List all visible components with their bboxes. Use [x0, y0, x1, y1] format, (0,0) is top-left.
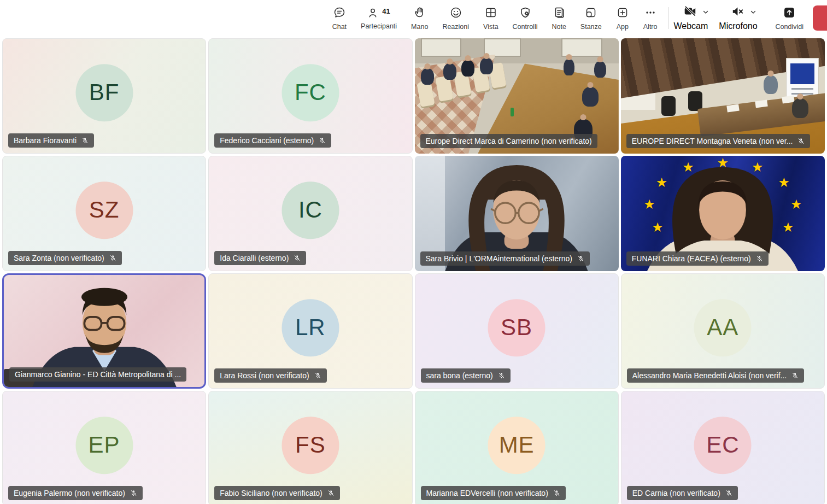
muted-mic-icon — [109, 255, 116, 262]
nameplate: Federico Cacciani (esterno) — [214, 133, 331, 148]
microphone-chevron-icon[interactable] — [750, 8, 756, 17]
apps-button[interactable]: App — [609, 6, 636, 31]
webcam-label: Webcam — [673, 21, 708, 31]
chat-label: Chat — [332, 23, 347, 31]
muted-mic-icon — [294, 255, 301, 262]
participant-video-tile[interactable]: ★ ★ ★ ★ ★ ★ ★ ★ ★ ★ ★ FUNARI Chiara (EAC… — [621, 156, 825, 271]
participant-name: Barbara Fioravanti — [14, 136, 77, 145]
share-screen-icon — [783, 6, 796, 21]
participant-tile[interactable]: EC ED Carnia (non verificato) — [621, 391, 825, 504]
reactions-button[interactable]: Reazioni — [435, 6, 476, 31]
participant-name: FUNARI Chiara (EACEA) (esterno) — [632, 254, 751, 263]
table-person — [594, 61, 606, 78]
table-person — [582, 87, 599, 107]
participants-icon — [367, 7, 380, 22]
chat-icon — [333, 6, 346, 21]
more-label: Altro — [643, 23, 658, 31]
participant-name: Marianna EDVercelli (non verificato) — [426, 489, 548, 497]
participant-name: Europe Direct Marca di Camerino (non ver… — [426, 137, 592, 145]
reactions-label: Reazioni — [442, 23, 469, 31]
apps-label: App — [617, 23, 629, 31]
nameplate: Marianna EDVercelli (non verificato) — [421, 486, 566, 500]
participants-label: Partecipanti — [361, 22, 397, 30]
share-button[interactable]: Condividi — [769, 6, 811, 31]
speaker-muted-icon — [731, 4, 745, 21]
participant-tile[interactable]: SZ Sara Zonta (non verificato) — [2, 156, 206, 271]
notes-button[interactable]: Note — [544, 6, 573, 31]
more-button[interactable]: Altro — [636, 6, 665, 31]
meeting-toolbar: Chat 41 Partecipanti Mano Reazioni Vista… — [0, 0, 827, 36]
avatar: SZ — [75, 181, 133, 239]
nameplate: Sara Brivio | L'ORMAinternational (ester… — [420, 251, 590, 266]
participant-video-tile[interactable]: Europe Direct Marca di Camerino (non ver… — [415, 38, 619, 154]
muted-mic-icon — [130, 490, 137, 497]
view-button[interactable]: Vista — [476, 6, 506, 31]
participant-tile[interactable]: FC Federico Cacciani (esterno) — [208, 38, 412, 154]
seated-person — [792, 98, 808, 118]
controls-button[interactable]: Controlli — [506, 6, 545, 31]
avatar: FS — [281, 417, 339, 474]
muted-mic-icon — [498, 372, 505, 379]
toolbar-divider — [668, 7, 669, 29]
notes-icon — [553, 6, 566, 21]
participant-tile[interactable]: SB sara bona (esterno) — [415, 273, 619, 389]
participant-tile[interactable]: ME Marianna EDVercelli (non verificato) — [415, 391, 619, 504]
participants-button[interactable]: 41 Partecipanti — [354, 7, 404, 30]
rooms-button[interactable]: Stanze — [573, 6, 609, 31]
avatar: LR — [281, 299, 339, 356]
avatar: BF — [75, 64, 133, 121]
nameplate: Barbara Fioravanti — [8, 133, 94, 148]
raise-hand-button[interactable]: Mano — [404, 6, 435, 31]
microphone-control[interactable]: Microfono — [719, 5, 768, 31]
nameplate: Alessandro Maria Benedetti Aloisi (non v… — [627, 368, 804, 383]
muted-mic-icon — [756, 255, 763, 262]
participant-grid: BF Barbara Fioravanti FC Federico Caccia… — [0, 36, 827, 504]
participant-tile[interactable]: AA Alessandro Maria Benedetti Aloisi (no… — [621, 273, 825, 389]
nameplate: Eugenia Palermo (non verificato) — [8, 486, 143, 500]
participant-tile[interactable]: EP Eugenia Palermo (non verificato) — [2, 391, 206, 504]
participant-tile[interactable]: LR Lara Rossi (non verificato) — [208, 273, 412, 389]
avatar: ME — [488, 417, 546, 474]
grid-view-icon — [484, 6, 497, 21]
share-label: Condividi — [776, 23, 803, 31]
audience-person — [461, 60, 474, 77]
participant-tile[interactable]: BF Barbara Fioravanti — [2, 38, 206, 154]
participant-video-tile[interactable]: EUROPE DIRECT Montagna Veneta (non ver..… — [621, 38, 825, 154]
paper — [782, 95, 794, 103]
nameplate: EUROPE DIRECT Montagna Veneta (non ver..… — [626, 134, 811, 148]
participant-name: Sara Zonta (non verificato) — [14, 254, 104, 262]
avatar: EP — [75, 417, 133, 474]
muted-mic-icon — [791, 372, 799, 379]
webcam-control[interactable]: Webcam — [673, 5, 719, 31]
leave-meeting-button[interactable] — [813, 5, 827, 31]
participant-tile[interactable]: IC Ida Ciaralli (esterno) — [208, 156, 412, 271]
muted-mic-icon — [327, 490, 335, 497]
view-label: Vista — [483, 23, 498, 31]
participant-video-tile[interactable]: Sara Brivio | L'ORMAinternational (ester… — [415, 156, 619, 271]
webcam-chevron-icon[interactable] — [702, 8, 709, 17]
nameplate: sara bona (esterno) — [421, 368, 511, 383]
webcam-off-icon — [683, 4, 697, 21]
participant-name: Gianmarco Gianino - ED Città Metropolita… — [15, 370, 181, 379]
avatar: AA — [694, 299, 752, 356]
nameplate: Gianmarco Gianino - ED Città Metropolita… — [9, 367, 186, 382]
participant-tile[interactable]: FS Fabio Siciliano (non verificato) — [208, 391, 412, 504]
muted-mic-icon — [81, 137, 89, 144]
chat-button[interactable]: Chat — [325, 6, 354, 31]
smiley-icon — [449, 6, 462, 21]
raise-hand-label: Mano — [411, 23, 428, 31]
avatar: IC — [281, 181, 339, 239]
muted-mic-icon — [319, 137, 326, 144]
active-speaker-tile[interactable]: Gianmarco Gianino - ED Città Metropolita… — [2, 273, 206, 389]
participant-name: Alessandro Maria Benedetti Aloisi (non v… — [632, 371, 787, 380]
muted-mic-icon — [725, 490, 732, 497]
muted-mic-icon — [797, 138, 805, 145]
nameplate: Sara Zonta (non verificato) — [8, 251, 122, 265]
participant-name: Sara Brivio | L'ORMAinternational (ester… — [426, 254, 573, 263]
add-app-icon — [616, 6, 629, 21]
participant-name: Federico Cacciani (esterno) — [220, 136, 314, 145]
window — [421, 38, 462, 57]
participant-name: Eugenia Palermo (non verificato) — [14, 489, 125, 497]
table-person — [564, 59, 574, 75]
participant-name: ED Carnia (non verificato) — [632, 489, 720, 497]
